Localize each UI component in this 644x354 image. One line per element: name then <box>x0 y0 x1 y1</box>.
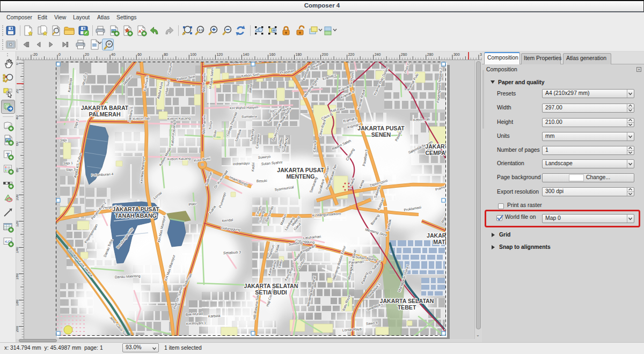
svg-text:200: 200 <box>322 53 328 56</box>
svg-text:80: 80 <box>164 53 168 56</box>
svg-text:CEMPAKA PUTIH: CEMPAKA PUTIH <box>425 150 446 156</box>
svg-text:40: 40 <box>111 53 115 56</box>
svg-text:40: 40 <box>16 115 19 120</box>
svg-text:SETIA BUDI: SETIA BUDI <box>255 289 287 296</box>
svg-text:Karbela: Karbela <box>208 314 221 318</box>
svg-text:200: 200 <box>16 326 19 333</box>
svg-text:TANAH ABANG: TANAH ABANG <box>115 212 157 219</box>
svg-text:-20: -20 <box>32 53 38 56</box>
svg-text:20: 20 <box>16 89 19 93</box>
svg-text:120: 120 <box>16 220 19 227</box>
svg-text:60: 60 <box>16 142 19 146</box>
svg-text:140: 140 <box>243 53 249 56</box>
svg-text:MH Thamrin: MH Thamrin <box>202 72 206 92</box>
svg-text:Besuki: Besuki <box>257 179 268 183</box>
svg-text:60: 60 <box>137 53 142 56</box>
svg-text:Sumatera: Sumatera <box>241 114 257 119</box>
svg-text:SENEN: SENEN <box>371 131 391 138</box>
svg-text:80: 80 <box>16 168 19 172</box>
svg-text:120: 120 <box>216 53 223 56</box>
svg-text:100: 100 <box>190 53 196 56</box>
svg-text:0: 0 <box>16 63 19 65</box>
svg-text:MATRAMAN: MATRAMAN <box>433 239 446 245</box>
svg-text:A: A <box>138 29 142 34</box>
svg-text:TEBET: TEBET <box>398 304 416 311</box>
svg-text:180: 180 <box>16 299 19 306</box>
svg-text:JAKARTA BARAT: JAKARTA BARAT <box>81 105 129 111</box>
svg-text:160: 160 <box>16 273 19 279</box>
svg-text:JAKARTA SELATAN: JAKARTA SELATAN <box>244 283 298 289</box>
svg-text:JAKARTA SELATAN: JAKARTA SELATAN <box>380 298 434 304</box>
svg-text:20: 20 <box>85 53 89 56</box>
svg-text:JAKARTA PUSAT: JAKARTA PUSAT <box>425 143 446 150</box>
svg-text:JAKARTA TIMUR: JAKARTA TIMUR <box>427 232 446 239</box>
svg-text:MH Thamrin: MH Thamrin <box>202 114 206 134</box>
svg-text:280: 280 <box>427 53 434 56</box>
svg-text:MENTENG: MENTENG <box>287 173 315 180</box>
svg-text:260: 260 <box>401 53 407 56</box>
svg-text:160: 160 <box>269 53 276 56</box>
svg-text:JAKARTA PUSAT: JAKARTA PUSAT <box>357 125 405 131</box>
svg-text:Kebon Jati: Kebon Jati <box>133 116 150 121</box>
svg-text:0: 0 <box>58 53 61 56</box>
svg-text:PALMERAH: PALMERAH <box>89 111 120 117</box>
svg-text:240: 240 <box>375 53 381 56</box>
svg-text:1:1: 1:1 <box>199 28 203 32</box>
svg-text:JAKARTA PUSAT: JAKARTA PUSAT <box>112 206 159 212</box>
svg-text:140: 140 <box>16 247 19 253</box>
svg-text:100: 100 <box>16 194 19 201</box>
svg-text:180: 180 <box>296 53 302 56</box>
svg-text:220: 220 <box>348 53 355 56</box>
svg-text:JAKARTA PUSAT: JAKARTA PUSAT <box>277 167 324 173</box>
svg-text:Riau: Riau <box>213 130 217 137</box>
svg-text:300: 300 <box>453 53 460 56</box>
svg-text:12: 12 <box>108 42 111 46</box>
